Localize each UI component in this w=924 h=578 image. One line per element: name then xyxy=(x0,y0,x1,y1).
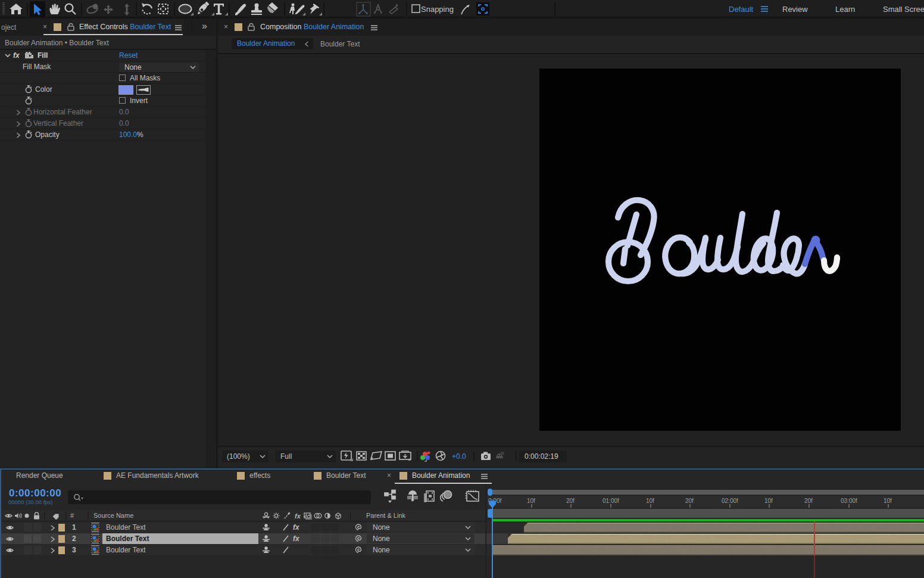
svg-text:#: # xyxy=(70,512,74,519)
svg-text:fx: fx xyxy=(295,512,301,520)
svg-text:fx: fx xyxy=(293,535,300,543)
svg-text:fx: fx xyxy=(293,523,300,532)
